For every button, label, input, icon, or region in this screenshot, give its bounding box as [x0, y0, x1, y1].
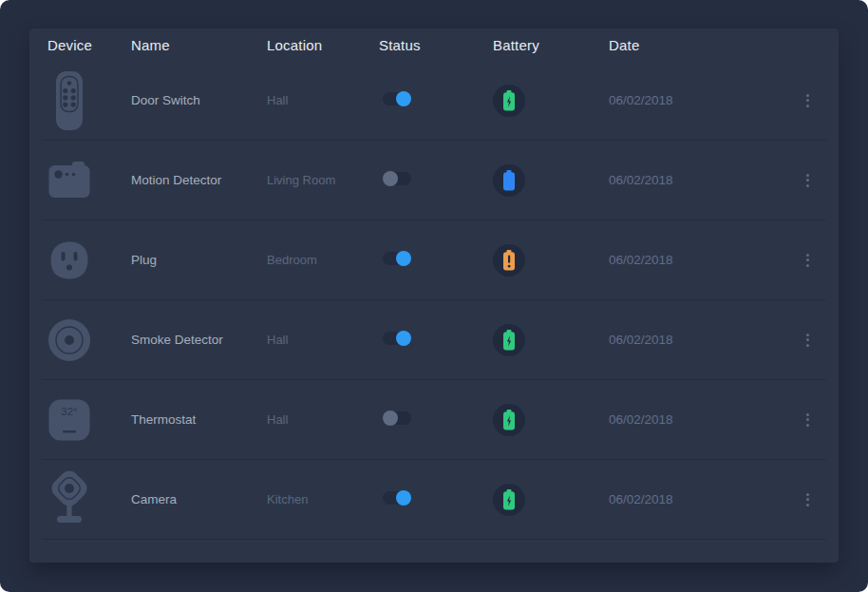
device-name: Camera — [125, 492, 261, 506]
battery-icon — [493, 244, 525, 277]
kebab-menu-icon[interactable] — [801, 250, 815, 271]
device-date: 06/02/2018 — [603, 253, 788, 267]
column-header-device: Device — [42, 37, 125, 53]
toggle-knob — [383, 171, 398, 186]
plug-icon — [47, 239, 91, 282]
kebab-menu-icon[interactable] — [801, 90, 815, 111]
status-toggle[interactable] — [383, 332, 411, 345]
battery-icon — [493, 404, 525, 436]
toggle-knob — [396, 251, 411, 266]
column-header-name: Name — [125, 37, 261, 53]
kebab-menu-icon[interactable] — [801, 489, 815, 510]
toggle-knob — [396, 91, 411, 106]
svg-text:32°: 32° — [61, 406, 77, 417]
toggle-knob — [396, 331, 411, 346]
battery-icon — [493, 324, 525, 356]
device-location: Bedroom — [261, 253, 373, 267]
smoke-detector-icon — [47, 318, 91, 362]
table-row: Camera Kitchen 06/02/2018 — [42, 460, 826, 540]
thermostat-icon: 32° — [47, 398, 91, 442]
status-toggle[interactable] — [383, 92, 411, 105]
device-location: Hall — [261, 93, 373, 107]
motion-detector-icon — [47, 159, 91, 202]
column-header-location: Location — [261, 37, 373, 53]
device-name: Plug — [125, 253, 261, 267]
device-date: 06/02/2018 — [603, 492, 788, 506]
column-header-date: Date — [603, 37, 788, 53]
device-date: 06/02/2018 — [603, 412, 788, 427]
table-row: 32° Thermostat Hall 06/02/2018 — [42, 380, 826, 460]
device-location: Living Room — [261, 173, 373, 187]
battery-icon — [493, 164, 525, 197]
device-location: Hall — [261, 412, 373, 427]
device-date: 06/02/2018 — [603, 333, 788, 347]
table-row: Plug Bedroom 06/02/2018 — [42, 220, 826, 300]
device-name: Thermostat — [125, 412, 261, 427]
column-header-battery: Battery — [487, 37, 603, 53]
device-name: Door Switch — [125, 93, 261, 107]
status-toggle[interactable] — [383, 252, 411, 265]
device-date: 06/02/2018 — [603, 93, 788, 107]
app-window: Device Name Location Status Battery Date… — [0, 0, 868, 592]
device-location: Kitchen — [261, 492, 373, 506]
device-name: Smoke Detector — [125, 333, 261, 347]
table-row: Smoke Detector Hall 06/02/2018 — [42, 300, 826, 380]
device-date: 06/02/2018 — [603, 173, 788, 187]
device-table-card: Device Name Location Status Battery Date… — [29, 29, 839, 563]
camera-icon — [47, 468, 91, 531]
kebab-menu-icon[interactable] — [801, 410, 815, 430]
status-toggle[interactable] — [383, 172, 411, 185]
device-location: Hall — [261, 333, 373, 347]
kebab-menu-icon[interactable] — [801, 170, 815, 191]
remote-icon — [47, 69, 91, 132]
table-row: Door Switch Hall 06/02/2018 — [42, 61, 826, 141]
table-row: Motion Detector Living Room 06/02/2018 — [42, 141, 826, 220]
battery-icon — [493, 85, 525, 117]
column-header-status: Status — [373, 37, 487, 53]
status-toggle[interactable] — [383, 491, 411, 505]
device-name: Motion Detector — [125, 173, 261, 187]
table-body: Door Switch Hall 06/02/2018 Motion Detec… — [42, 61, 826, 540]
kebab-menu-icon[interactable] — [801, 330, 815, 351]
table-header-row: Device Name Location Status Battery Date — [42, 29, 826, 61]
battery-icon — [493, 484, 525, 516]
toggle-knob — [396, 490, 411, 506]
status-toggle[interactable] — [383, 411, 411, 425]
toggle-knob — [383, 411, 398, 426]
